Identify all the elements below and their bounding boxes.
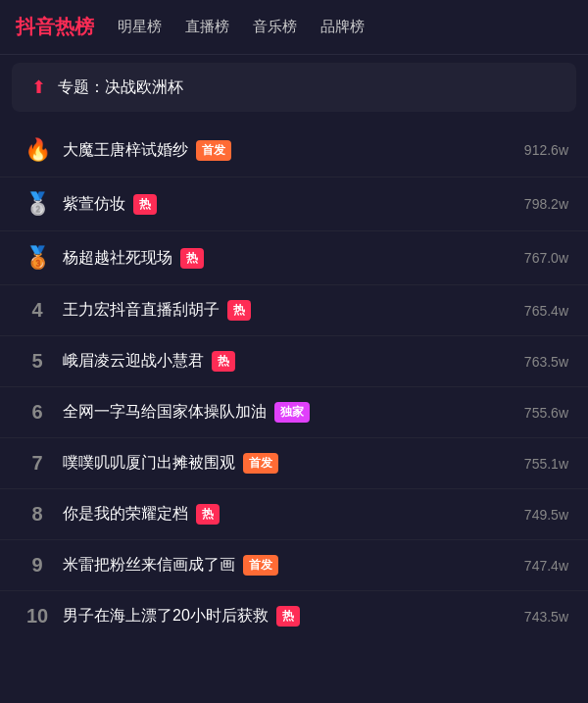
rank-number-8: 8	[20, 503, 55, 526]
featured-item[interactable]: ⬆ 专题：决战欧洲杯	[12, 63, 576, 112]
item-badge-2: 热	[133, 194, 157, 215]
item-badge-8: 热	[196, 504, 220, 525]
item-title-1: 大魔王唐梓试婚纱	[63, 140, 188, 161]
item-count-8: 749.5w	[510, 507, 568, 523]
rank-icon-1: 🔥	[20, 137, 55, 163]
item-title-8: 你是我的荣耀定档	[63, 504, 188, 525]
item-title-2: 紫萱仿妆	[63, 194, 125, 215]
item-count-1: 912.6w	[510, 142, 568, 158]
list-item[interactable]: 8 你是我的荣耀定档 热 749.5w	[0, 489, 588, 540]
item-badge-1: 首发	[196, 140, 231, 161]
list-item[interactable]: 4 王力宏抖音直播刮胡子 热 765.4w	[0, 285, 588, 336]
item-content-2: 紫萱仿妆 热	[63, 194, 510, 215]
item-title-5: 峨眉凌云迎战小慧君	[63, 351, 204, 372]
item-content-8: 你是我的荣耀定档 热	[63, 504, 510, 525]
rank-number-10: 10	[20, 605, 55, 628]
list-item[interactable]: 🥈 紫萱仿妆 热 798.2w	[0, 177, 588, 231]
item-content-6: 全网一字马给国家体操队加油 独家	[63, 402, 510, 423]
header: 抖音热榜 明星榜 直播榜 音乐榜 品牌榜	[0, 0, 588, 55]
rank-number-6: 6	[20, 401, 55, 424]
featured-icon: ⬆	[31, 76, 46, 98]
list-item[interactable]: 10 男子在海上漂了20小时后获救 热 743.5w	[0, 591, 588, 641]
rank-number-9: 9	[20, 554, 55, 577]
item-content-5: 峨眉凌云迎战小慧君 热	[63, 351, 510, 372]
item-count-10: 743.5w	[510, 609, 568, 625]
item-content-4: 王力宏抖音直播刮胡子 热	[63, 300, 510, 321]
list-item[interactable]: 9 米雷把粉丝来信画成了画 首发 747.4w	[0, 540, 588, 591]
item-content-1: 大魔王唐梓试婚纱 首发	[63, 140, 510, 161]
item-count-4: 765.4w	[510, 303, 568, 319]
list-item[interactable]: 🔥 大魔王唐梓试婚纱 首发 912.6w	[0, 124, 588, 177]
item-badge-10: 热	[276, 606, 300, 627]
item-title-6: 全网一字马给国家体操队加油	[63, 402, 267, 423]
featured-text: 专题：决战欧洲杯	[58, 77, 183, 98]
list-item[interactable]: 5 峨眉凌云迎战小慧君 热 763.5w	[0, 336, 588, 387]
rank-number-4: 4	[20, 299, 55, 322]
header-nav: 明星榜 直播榜 音乐榜 品牌榜	[118, 14, 365, 40]
item-title-4: 王力宏抖音直播刮胡子	[63, 300, 220, 321]
trending-list: 🔥 大魔王唐梓试婚纱 首发 912.6w 🥈 紫萱仿妆 热 798.2w 🥉 杨…	[0, 120, 588, 645]
item-content-10: 男子在海上漂了20小时后获救 热	[63, 606, 510, 627]
item-content-3: 杨超越社死现场 热	[63, 248, 510, 269]
app-logo: 抖音热榜	[16, 14, 94, 40]
nav-item-live[interactable]: 直播榜	[185, 14, 229, 40]
item-content-9: 米雷把粉丝来信画成了画 首发	[63, 555, 510, 576]
item-content-7: 噗噗叽叽厦门出摊被围观 首发	[63, 453, 510, 474]
rank-icon-3: 🥉	[20, 245, 55, 271]
item-count-7: 755.1w	[510, 456, 568, 472]
item-badge-9: 首发	[243, 555, 278, 576]
rank-icon-2: 🥈	[20, 191, 55, 217]
item-title-10: 男子在海上漂了20小时后获救	[63, 606, 269, 627]
list-item[interactable]: 7 噗噗叽叽厦门出摊被围观 首发 755.1w	[0, 438, 588, 489]
nav-item-music[interactable]: 音乐榜	[253, 14, 297, 40]
item-count-3: 767.0w	[510, 250, 568, 266]
rank-number-7: 7	[20, 452, 55, 475]
item-title-3: 杨超越社死现场	[63, 248, 172, 269]
item-badge-5: 热	[212, 351, 235, 372]
item-count-2: 798.2w	[510, 196, 568, 212]
list-item[interactable]: 6 全网一字马给国家体操队加油 独家 755.6w	[0, 387, 588, 438]
rank-number-5: 5	[20, 350, 55, 373]
nav-item-stars[interactable]: 明星榜	[118, 14, 162, 40]
list-item[interactable]: 🥉 杨超越社死现场 热 767.0w	[0, 231, 588, 285]
item-badge-4: 热	[227, 300, 251, 321]
item-badge-7: 首发	[243, 453, 278, 474]
item-badge-6: 独家	[274, 402, 310, 423]
nav-item-brand[interactable]: 品牌榜	[320, 14, 365, 40]
item-title-9: 米雷把粉丝来信画成了画	[63, 555, 235, 576]
item-count-5: 763.5w	[510, 354, 568, 370]
item-title-7: 噗噗叽叽厦门出摊被围观	[63, 453, 235, 474]
item-count-9: 747.4w	[510, 558, 568, 574]
item-badge-3: 热	[180, 248, 204, 269]
item-count-6: 755.6w	[510, 405, 568, 421]
